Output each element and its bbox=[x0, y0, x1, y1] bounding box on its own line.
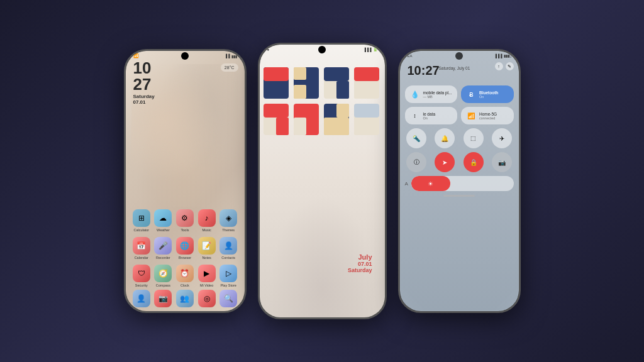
clock-date-num: 07.01 bbox=[133, 99, 155, 105]
signal-icon: ▐▐▐ bbox=[364, 48, 372, 52]
app-compass[interactable]: 🧭 Compass bbox=[152, 265, 174, 287]
cc-tile-mobile-data[interactable]: 💧 mobile data pl... — MB bbox=[405, 85, 458, 103]
brightness-row: A ☀ bbox=[405, 176, 514, 191]
app-music[interactable]: ♪ Music bbox=[196, 209, 218, 232]
status-icons-right-2: ▐▐▐ 🔋 bbox=[364, 47, 377, 52]
app-recorder[interactable]: 🎤 Recorder bbox=[152, 237, 174, 260]
month-label: July bbox=[348, 253, 372, 261]
battery-icon: ▮▮▮ bbox=[231, 54, 237, 58]
app-grid: ⊞ Calculator ☁ Weather ⚙ Tools ♪ Music bbox=[131, 209, 240, 292]
svg-rect-13 bbox=[276, 118, 289, 135]
cc-tile-wifi[interactable]: 📶 Home-5G connected bbox=[461, 107, 514, 124]
flashlight-button[interactable]: 🔦 bbox=[406, 128, 426, 148]
cc-edit-icon[interactable]: ✎ bbox=[506, 62, 514, 70]
svg-rect-7 bbox=[336, 81, 349, 99]
cc-tile-mobile-data2[interactable]: ↕ le data On bbox=[405, 107, 458, 124]
app-weather[interactable]: ☁ Weather bbox=[152, 209, 174, 232]
svg-rect-12 bbox=[264, 104, 289, 118]
brightness-slider[interactable]: ☀ bbox=[411, 176, 514, 191]
camera-notch bbox=[181, 52, 189, 60]
brightness-label: A bbox=[405, 181, 408, 187]
status-icons-right: ▐▐ ▮▮▮ bbox=[225, 54, 237, 58]
dock-icon-3[interactable]: 👥 bbox=[174, 290, 196, 309]
info-button[interactable]: ⓘ bbox=[406, 152, 426, 172]
notification-button[interactable]: 🔔 bbox=[435, 128, 455, 148]
app-contacts[interactable]: 👤 Contacts bbox=[218, 237, 240, 260]
wifi-text: Home-5G connected bbox=[479, 112, 497, 120]
svg-rect-17 bbox=[324, 118, 349, 135]
weather-temp: 28°C bbox=[225, 65, 235, 70]
svg-rect-21 bbox=[354, 118, 367, 135]
app-tools[interactable]: ⚙ Tools bbox=[174, 209, 196, 232]
svg-rect-4 bbox=[294, 67, 306, 80]
clock-numbers-svg bbox=[262, 66, 382, 217]
phone-2: ● ▐▐▐ 🔋 bbox=[258, 43, 387, 319]
app-icon-img: 📅 bbox=[133, 237, 150, 255]
clock-time2: 27 bbox=[133, 76, 155, 92]
app-icon-img: ♪ bbox=[198, 209, 216, 227]
cc-date-label: Saturday, July 01 bbox=[439, 66, 470, 70]
battery-icon-3: ▮▮▮▯ bbox=[504, 53, 511, 58]
app-security[interactable]: 🛡 Security bbox=[131, 265, 153, 287]
cc-row-2: ↕ le data On 📶 Home-5G connected bbox=[405, 107, 514, 124]
app-icon-img: ☁ bbox=[154, 209, 172, 227]
weather-widget[interactable]: 28°C bbox=[221, 63, 238, 72]
dock-icon-1[interactable]: 👤 bbox=[131, 290, 153, 309]
app-browser[interactable]: 🌐 Browser bbox=[174, 237, 196, 260]
app-icon-img: ▷ bbox=[219, 265, 237, 282]
cast-button[interactable]: ⬚ bbox=[464, 128, 484, 148]
lock-button[interactable]: 🔒 bbox=[464, 152, 484, 172]
home-indicator bbox=[443, 195, 475, 197]
app-icon-img: ⚙ bbox=[176, 209, 194, 227]
bluetooth-icon: Ƀ bbox=[466, 89, 476, 99]
app-clock[interactable]: ⏰ Clock bbox=[174, 265, 196, 287]
app-calendar[interactable]: 📅 Calendar bbox=[131, 237, 153, 260]
dock-icon-5[interactable]: 🔍 bbox=[218, 290, 240, 309]
phones-container: 📶 ▐▐ ▮▮▮ 10 27 Saturday 07.01 28°C bbox=[0, 0, 644, 362]
dock-icon-img: 📷 bbox=[154, 290, 172, 307]
status-signal-icon: 📶 bbox=[133, 53, 139, 58]
phone-3: EA ▐▐▐ ▮▮▮▯ 10:27 Saturday, July 01 ↑ ✎ bbox=[398, 49, 521, 313]
mobile-data-text: mobile data pl... — MB bbox=[423, 90, 452, 99]
app-notes[interactable]: 📝 Notes bbox=[196, 237, 218, 260]
dock-icon-img: 👥 bbox=[176, 290, 194, 307]
app-icon-img: 🎤 bbox=[154, 237, 172, 255]
cc-share-icon[interactable]: ↑ bbox=[495, 62, 503, 70]
location-button[interactable]: ➤ bbox=[435, 152, 455, 172]
cc-buttons-row-1: 🔦 🔔 ⬚ ✈ bbox=[405, 128, 514, 148]
camera-notch-2 bbox=[318, 46, 326, 53]
clock-day: Saturday bbox=[133, 94, 155, 99]
app-icon-img: ⏰ bbox=[176, 265, 194, 282]
svg-rect-10 bbox=[354, 81, 367, 99]
app-play-store[interactable]: ▷ Play Store bbox=[218, 265, 240, 287]
svg-rect-20 bbox=[354, 104, 379, 118]
status-icons-right-3: ▐▐▐ ▮▮▮▯ bbox=[494, 53, 511, 58]
svg-rect-15 bbox=[294, 118, 306, 135]
wifi-icon: ▐▐ bbox=[225, 54, 230, 58]
dock-icon-img: 🔍 bbox=[219, 290, 237, 307]
app-themes[interactable]: ◈ Themes bbox=[218, 209, 240, 232]
svg-rect-6 bbox=[324, 67, 349, 81]
svg-rect-1 bbox=[264, 67, 289, 81]
dock-icon-2[interactable]: 📷 bbox=[152, 290, 174, 309]
app-calculator[interactable]: ⊞ Calculator bbox=[131, 209, 153, 232]
svg-rect-18 bbox=[336, 104, 349, 118]
app-icon-img: 📝 bbox=[198, 237, 216, 255]
volume-bar-container bbox=[405, 195, 514, 197]
cc-tile-bluetooth[interactable]: Ƀ Bluetooth On bbox=[461, 85, 514, 103]
wifi-icon-cc: 📶 bbox=[466, 111, 476, 121]
app-icon-img: ◈ bbox=[219, 209, 237, 227]
signal-icon-3: ▐▐▐ bbox=[494, 54, 502, 58]
app-icon-img: ⊞ bbox=[133, 209, 150, 227]
dock-icon-img: 👤 bbox=[133, 290, 150, 307]
app-mi-video[interactable]: ▶ Mi Video bbox=[196, 265, 218, 287]
carrier-label: EA bbox=[408, 54, 413, 58]
dock-icon-img: ◎ bbox=[198, 290, 216, 307]
data-icon: ↕ bbox=[410, 111, 420, 121]
day-label: Saturday bbox=[348, 267, 372, 273]
dock-icon-4[interactable]: ◎ bbox=[196, 290, 218, 309]
app-row-3: 🛡 Security 🧭 Compass ⏰ Clock ▶ Mi Video bbox=[131, 265, 240, 287]
camera-button[interactable]: 📷 bbox=[492, 152, 512, 172]
airplane-button[interactable]: ✈ bbox=[492, 128, 512, 148]
cc-tiles-area: 💧 mobile data pl... — MB Ƀ Bluetooth On bbox=[405, 85, 514, 197]
